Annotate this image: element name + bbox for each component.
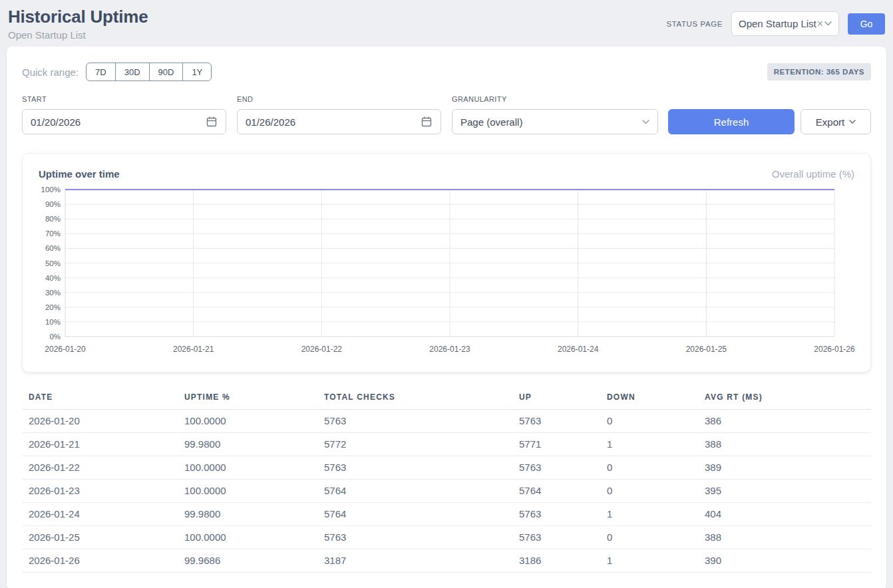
- table-cell: 2026-01-26: [22, 549, 184, 573]
- start-date-field: START 01/20/2026: [22, 95, 226, 134]
- x-tick-label: 2026-01-24: [558, 345, 599, 354]
- table-row: 2026-01-23100.0000576457640395: [22, 480, 871, 503]
- chart-card: Uptime over time Overall uptime (%) 0%10…: [22, 153, 871, 372]
- end-date-input[interactable]: 01/26/2026: [237, 109, 441, 134]
- table-cell: 5764: [324, 480, 519, 503]
- table-row: 2026-01-2499.9800576457631404: [22, 503, 871, 526]
- table-cell: 0: [607, 526, 705, 549]
- table-cell: 99.9800: [184, 503, 324, 526]
- end-date-value: 01/26/2026: [246, 116, 421, 128]
- status-page-selected-value: Open Startup List: [739, 18, 816, 29]
- quick-range-30d-button[interactable]: 30D: [115, 63, 150, 81]
- chart-title: Uptime over time: [39, 168, 120, 180]
- calendar-icon[interactable]: [421, 116, 433, 128]
- page-subtitle: Open Startup List: [8, 29, 148, 41]
- y-tick-label: 90%: [45, 200, 61, 208]
- table-cell: 1: [607, 549, 705, 573]
- quick-range-label: Quick range:: [22, 67, 79, 78]
- quick-range-group: 7D30D90D1Y: [86, 63, 212, 81]
- end-label: END: [237, 95, 441, 103]
- filters-row: START 01/20/2026 END 01/26/2026 GRANULAR…: [22, 95, 871, 134]
- column-header-uptime: UPTIME %: [184, 388, 324, 410]
- x-tick-label: 2026-01-23: [429, 345, 470, 354]
- y-tick-label: 0%: [49, 333, 61, 341]
- go-button[interactable]: Go: [848, 13, 885, 35]
- x-tick-label: 2026-01-26: [814, 345, 855, 354]
- start-label: START: [22, 95, 226, 103]
- topbar-right: STATUS PAGE Open Startup List × Go: [666, 11, 885, 36]
- table-cell: 100.0000: [184, 480, 324, 503]
- export-button-label: Export: [816, 116, 844, 128]
- table-cell: 5763: [324, 456, 519, 480]
- table-cell: 5772: [324, 433, 519, 456]
- table-cell: 99.9686: [184, 549, 324, 573]
- table-cell: 5771: [519, 433, 607, 456]
- granularity-select[interactable]: Page (overall): [452, 109, 658, 134]
- granularity-selected-value: Page (overall): [460, 116, 642, 128]
- y-tick-label: 70%: [45, 229, 61, 237]
- x-tick-label: 2026-01-20: [45, 345, 86, 354]
- table-cell: 100.0000: [184, 456, 324, 480]
- table-cell: 5763: [519, 503, 607, 526]
- x-tick-label: 2026-01-25: [686, 345, 727, 354]
- table-cell: 0: [607, 480, 705, 503]
- table-row: 2026-01-22100.0000576357630389: [22, 456, 871, 480]
- column-header-avg-rt-ms: AVG RT (MS): [705, 388, 871, 410]
- column-header-down: DOWN: [607, 388, 705, 410]
- table-cell: 388: [705, 433, 871, 456]
- table-cell: 2026-01-22: [22, 456, 184, 480]
- table-cell: 1: [607, 433, 705, 456]
- y-tick-label: 80%: [45, 215, 61, 223]
- export-button[interactable]: Export: [801, 109, 871, 134]
- table-cell: 3186: [519, 549, 607, 573]
- y-tick-label: 50%: [45, 259, 61, 267]
- calendar-icon[interactable]: [206, 116, 218, 128]
- uptime-line-chart: 0%10%20%30%40%50%60%70%80%90%100%2026-01…: [39, 187, 854, 361]
- table-cell: 0: [607, 456, 705, 480]
- end-date-field: END 01/26/2026: [237, 95, 441, 134]
- table-cell: 5763: [519, 410, 607, 433]
- table-cell: 1: [607, 503, 705, 526]
- table-cell: 2026-01-25: [22, 526, 184, 549]
- table-row: 2026-01-25100.0000576357630388: [22, 526, 871, 549]
- clear-selection-icon[interactable]: ×: [817, 19, 823, 29]
- x-tick-label: 2026-01-22: [301, 345, 343, 354]
- table-row: 2026-01-2699.9686318731861390: [22, 549, 871, 573]
- start-date-input[interactable]: 01/20/2026: [22, 109, 226, 134]
- y-tick-label: 60%: [45, 244, 61, 252]
- page: Historical Uptime Open Startup List STAT…: [0, 0, 893, 588]
- chevron-down-icon: [642, 120, 649, 124]
- granularity-field: GRANULARITY Page (overall): [452, 95, 658, 134]
- table-cell: 395: [705, 480, 871, 503]
- table-cell: 5764: [519, 480, 607, 503]
- chart-svg: 0%10%20%30%40%50%60%70%80%90%100%2026-01…: [39, 187, 856, 361]
- table-cell: 2026-01-21: [22, 433, 184, 456]
- table-cell: 404: [705, 503, 871, 526]
- y-tick-label: 40%: [45, 274, 61, 282]
- retention-badge: RETENTION: 365 DAYS: [767, 63, 871, 80]
- quick-range-90d-button[interactable]: 90D: [149, 63, 184, 81]
- chevron-down-icon: [824, 21, 832, 26]
- table-cell: 5763: [519, 526, 607, 549]
- quick-range-7d-button[interactable]: 7D: [86, 63, 116, 81]
- chevron-down-icon: [849, 120, 856, 124]
- table-cell: 389: [705, 456, 871, 480]
- status-page-select[interactable]: Open Startup List ×: [731, 11, 839, 36]
- table-header-row: DATEUPTIME %TOTAL CHECKSUPDOWNAVG RT (MS…: [22, 388, 871, 410]
- quick-range-1y-button[interactable]: 1Y: [182, 63, 212, 81]
- x-tick-label: 2026-01-21: [173, 345, 214, 354]
- uptime-table: DATEUPTIME %TOTAL CHECKSUPDOWNAVG RT (MS…: [22, 388, 871, 573]
- topbar: Historical Uptime Open Startup List STAT…: [0, 0, 893, 47]
- title-block: Historical Uptime Open Startup List: [8, 7, 148, 41]
- table-cell: 386: [705, 410, 871, 433]
- table-cell: 3187: [324, 549, 519, 573]
- table-cell: 100.0000: [184, 410, 324, 433]
- y-tick-label: 30%: [45, 289, 61, 297]
- table-cell: 0: [607, 410, 705, 433]
- refresh-button[interactable]: Refresh: [668, 109, 795, 134]
- table-cell: 2026-01-20: [22, 410, 184, 433]
- column-header-up: UP: [519, 388, 607, 410]
- granularity-label: GRANULARITY: [452, 95, 658, 103]
- table-cell: 100.0000: [184, 526, 324, 549]
- quick-range-row: Quick range: 7D30D90D1Y RETENTION: 365 D…: [22, 63, 871, 81]
